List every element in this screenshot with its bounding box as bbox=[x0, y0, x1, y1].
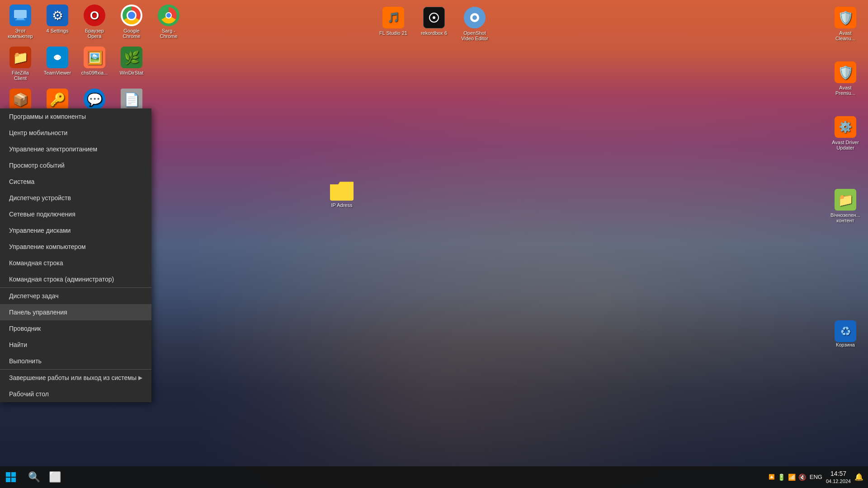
svg-rect-11 bbox=[6, 472, 10, 477]
desktop-icon-avast-cleanup[interactable]: 🛡️ Avast Cleanu... bbox=[827, 5, 863, 43]
svg-rect-14 bbox=[11, 478, 16, 482]
svg-rect-2 bbox=[15, 19, 25, 20]
menu-item-network[interactable]: Сетевые подключения bbox=[0, 206, 151, 222]
menu-item-desktop[interactable]: Рабочий стол bbox=[0, 386, 151, 402]
wifi-icon[interactable]: 📶 bbox=[788, 474, 796, 481]
desktop-icon-recycle[interactable]: ♻ Корзина bbox=[827, 318, 863, 350]
taskbar-search[interactable]: 🔍 bbox=[24, 467, 44, 487]
desktop: Этот компьютер ⚙ 4 Settings O Браузер Op… bbox=[0, 0, 868, 488]
desktop-icon-vichnozelen[interactable]: 📁 Вічнозелен... контент bbox=[827, 187, 863, 225]
start-button[interactable] bbox=[0, 466, 22, 488]
desktop-icon-avast-driver[interactable]: ⚙️ Avast Driver Updater bbox=[827, 114, 863, 153]
volume-icon[interactable]: 🔇 bbox=[798, 474, 806, 481]
menu-item-programs[interactable]: Программы и компоненты bbox=[0, 108, 151, 125]
desktop-icon-rekordbox[interactable]: rekordbox 6 bbox=[416, 5, 452, 43]
taskbar: 🔍 ⬜ 🔼 🔋 📶 🔇 ENG 14:57 04.12.2024 🔔 bbox=[0, 466, 868, 488]
svg-rect-1 bbox=[17, 18, 24, 19]
desktop-icon-google-chrome[interactable]: Google Chrome bbox=[113, 2, 150, 41]
context-menu: Программы и компоненты Центр мобильности… bbox=[0, 108, 151, 402]
menu-item-computer-mgmt[interactable]: Управление компьютером bbox=[0, 239, 151, 255]
menu-item-shutdown[interactable]: Завершение работы или выход из системы ▶ bbox=[0, 369, 151, 386]
language-indicator[interactable]: ENG bbox=[810, 474, 822, 480]
menu-item-power[interactable]: Управление электропитанием bbox=[0, 141, 151, 157]
system-tray: 🔼 🔋 📶 🔇 bbox=[769, 474, 806, 481]
desktop-icon-4-settings[interactable]: ⚙ 4 Settings bbox=[39, 2, 75, 41]
system-clock[interactable]: 14:57 04.12.2024 bbox=[826, 469, 851, 485]
menu-item-mobility[interactable]: Центр мобильности bbox=[0, 125, 151, 141]
desktop-icon-windirstat[interactable]: 🌿 WinDirStat bbox=[113, 44, 150, 83]
svg-point-10 bbox=[472, 15, 477, 20]
desktop-icon-opera[interactable]: O Браузер Opera bbox=[76, 2, 113, 41]
menu-item-devices[interactable]: Диспетчер устройств bbox=[0, 190, 151, 206]
menu-item-find[interactable]: Найти bbox=[0, 337, 151, 353]
menu-item-system[interactable]: Система bbox=[0, 174, 151, 190]
svg-point-4 bbox=[56, 56, 59, 59]
menu-item-control-panel[interactable]: Панель управления bbox=[0, 304, 151, 320]
menu-item-disk[interactable]: Управление дисками bbox=[0, 222, 151, 239]
menu-item-events[interactable]: Просмотр событий bbox=[0, 157, 151, 174]
desktop-icon-openshot[interactable]: OpenShot Video Editor bbox=[457, 5, 493, 43]
menu-item-cmd-admin[interactable]: Командная строка (администратор) bbox=[0, 271, 151, 287]
menu-item-cmd[interactable]: Командная строка bbox=[0, 255, 151, 271]
desktop-icon-filezilla[interactable]: 📁 FileZilla Client bbox=[2, 44, 38, 83]
desktop-icon-ip-adress[interactable]: IP Adress bbox=[330, 181, 354, 208]
desktop-icon-teamviewer[interactable]: TeamViewer bbox=[39, 44, 75, 83]
desktop-icon-this-pc[interactable]: Этот компьютер bbox=[2, 2, 38, 41]
notification-icon[interactable]: 🔔 bbox=[854, 473, 863, 481]
desktop-icon-avast-premium[interactable]: 🛡️ Avast Premiu... bbox=[827, 59, 863, 98]
shutdown-arrow-icon: ▶ bbox=[138, 375, 142, 381]
battery-icon[interactable]: 🔋 bbox=[778, 474, 785, 481]
tray-expand-icon[interactable]: 🔼 bbox=[769, 474, 775, 480]
menu-item-explorer[interactable]: Проводник bbox=[0, 320, 151, 337]
menu-item-run[interactable]: Выполнить bbox=[0, 353, 151, 369]
taskbar-pinned-icons: 🔍 ⬜ bbox=[22, 467, 67, 487]
svg-point-7 bbox=[433, 16, 435, 19]
taskbar-right: 🔼 🔋 📶 🔇 ENG 14:57 04.12.2024 🔔 bbox=[769, 469, 868, 485]
right-icons: 🛡️ Avast Cleanu... 🛡️ Avast Premiu... ⚙️… bbox=[823, 0, 868, 354]
top-center-icons: 🎵 FL Studio 21 rekordbox 6 OpenShot Vide… bbox=[375, 5, 493, 43]
svg-rect-0 bbox=[14, 10, 27, 18]
desktop-icon-fl-studio[interactable]: 🎵 FL Studio 21 bbox=[375, 5, 411, 43]
svg-rect-12 bbox=[11, 472, 16, 477]
taskbar-cortana[interactable]: ⬜ bbox=[45, 467, 65, 487]
svg-rect-13 bbox=[6, 478, 10, 482]
desktop-icon-sarg-chrome[interactable]: Sarg - Chrome bbox=[151, 2, 187, 41]
menu-item-task-manager[interactable]: Диспетчер задач bbox=[0, 287, 151, 304]
desktop-icon-chs09[interactable]: 🖼️ chs09ffxia... bbox=[76, 44, 113, 83]
